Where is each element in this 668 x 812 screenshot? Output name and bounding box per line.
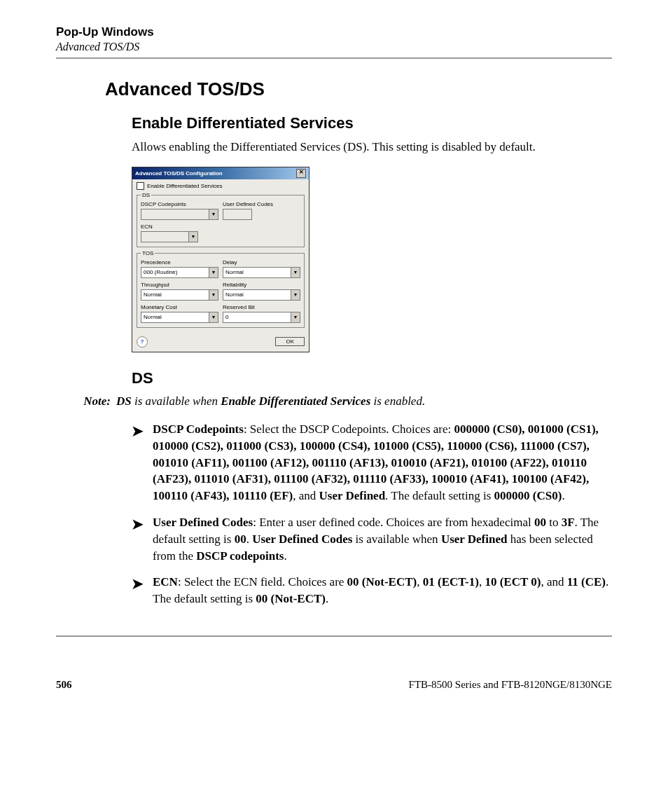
ecn-label: ECN — [141, 223, 221, 230]
b2-d2: . — [246, 532, 253, 546]
b2-ud: User Defined — [441, 532, 508, 546]
b2-d5: . — [284, 549, 287, 563]
chevron-down-icon[interactable]: ▼ — [209, 290, 218, 300]
page-title: Advanced TOS/DS — [105, 78, 612, 100]
b1-afterlead: : Select the DSCP Codepoints. Choices ar… — [244, 422, 454, 436]
b2-d00: 00 — [235, 532, 246, 546]
sub-chapter-title: Advanced TOS/DS — [56, 41, 612, 53]
b1-ud: User Defined — [319, 489, 386, 502]
udc-value — [223, 209, 251, 219]
dscp-codepoints-label: DSCP Codepoints — [141, 201, 218, 207]
delay-label: Delay — [223, 259, 300, 266]
bullet-arrow-icon: ➤ — [132, 574, 153, 607]
reserved-bit-label: Reserved Bit — [223, 304, 300, 310]
header-rule — [56, 57, 612, 59]
dialog-window: Advanced TOS/DS Configuration ✕ Enable D… — [132, 167, 309, 352]
b3-lead: ECN — [153, 575, 178, 589]
reliability-label: Reliability — [223, 282, 300, 288]
delay-value: Normal — [223, 268, 291, 277]
enable-ds-checkbox[interactable] — [137, 182, 144, 190]
b2-dscp: DSCP codepoints — [196, 549, 284, 563]
chevron-down-icon[interactable]: ▼ — [209, 268, 218, 277]
chevron-down-icon[interactable]: ▼ — [209, 312, 218, 322]
throughput-label: Throughput — [141, 282, 218, 288]
footer-rule — [56, 635, 612, 637]
b2-lead: User Defined Codes — [153, 516, 253, 529]
precedence-label: Precedence — [141, 259, 218, 266]
note-post: is enabled. — [370, 394, 425, 408]
b3-def: 00 (Not-ECT) — [256, 592, 326, 605]
note-bold: Enable Differentiated Services — [221, 394, 370, 408]
delay-select[interactable]: Normal ▼ — [223, 267, 300, 278]
page-number: 506 — [56, 679, 72, 691]
list-item: ➤ ECN: Select the ECN field. Choices are… — [132, 574, 612, 607]
note-ds: DS — [116, 394, 132, 408]
reserved-value: 0 — [223, 312, 291, 322]
monetary-value: Normal — [141, 312, 209, 322]
note-text: DS is available when Enable Differentiat… — [116, 394, 612, 408]
throughput-select[interactable]: Normal ▼ — [141, 289, 218, 301]
chapter-title: Pop-Up Windows — [56, 25, 612, 39]
b2-afterlead: : Enter a user defined code. Choices are… — [253, 516, 534, 529]
b2-to: to — [546, 516, 562, 529]
note-label: Note: — [56, 394, 116, 408]
user-defined-codes-input[interactable] — [223, 209, 252, 220]
b1-tail1: . The default setting is — [385, 489, 494, 502]
tos-group: TOS Precedence 000 (Routine) ▼ Delay — [137, 250, 305, 328]
chevron-down-icon[interactable]: ▼ — [291, 268, 300, 277]
precedence-value: 000 (Routine) — [141, 268, 209, 277]
user-defined-codes-label: User Defined Codes — [223, 201, 300, 207]
monetary-cost-select[interactable]: Normal ▼ — [141, 312, 218, 323]
chevron-down-icon[interactable]: ▼ — [291, 290, 300, 300]
enable-ds-label: Enable Differentiated Services — [147, 183, 222, 189]
chevron-down-icon[interactable]: ▼ — [188, 232, 197, 242]
b1-and: , and — [293, 489, 319, 502]
b3-s1: , — [417, 575, 423, 589]
ds-legend: DS — [141, 192, 151, 198]
b3-s3: , and — [541, 575, 566, 589]
b3-c2: 01 (ECT-1) — [423, 575, 479, 589]
dialog-titlebar: Advanced TOS/DS Configuration ✕ — [132, 167, 309, 179]
b1-def: 000000 (CS0) — [494, 489, 562, 502]
reliability-value: Normal — [223, 290, 291, 300]
list-item: ➤ User Defined Codes: Enter a user defin… — [132, 514, 612, 564]
footer-product: FTB-8500 Series and FTB-8120NGE/8130NGE — [409, 679, 612, 691]
section-body: Allows enabling the Differentiated Servi… — [132, 139, 612, 156]
ds-group: DS DSCP Codepoints ▼ User Defined Codes — [137, 192, 305, 247]
precedence-select[interactable]: 000 (Routine) ▼ — [141, 267, 218, 278]
note-mid: is available when — [132, 394, 221, 408]
monetary-cost-label: Monetary Cost — [141, 304, 218, 310]
b1-tail2: . — [562, 489, 564, 502]
close-icon[interactable]: ✕ — [296, 169, 306, 178]
b3-c3: 10 (ECT 0) — [485, 575, 541, 589]
dialog-title-text: Advanced TOS/DS Configuration — [135, 170, 223, 177]
ok-button[interactable]: OK — [275, 337, 305, 346]
b2-udc: User Defined Codes — [252, 532, 352, 546]
reliability-select[interactable]: Normal ▼ — [223, 289, 300, 301]
bullet-arrow-icon: ➤ — [132, 421, 153, 504]
b1-lead: DSCP Codepoints — [153, 422, 244, 436]
b3-tail2: . — [326, 592, 328, 605]
throughput-value: Normal — [141, 290, 209, 300]
b3-c4: 11 (CE) — [567, 575, 606, 589]
dscp-codepoints-select[interactable]: ▼ — [141, 209, 218, 220]
chevron-down-icon[interactable]: ▼ — [291, 312, 300, 322]
ecn-select[interactable]: ▼ — [141, 231, 198, 242]
bullet-arrow-icon: ➤ — [132, 514, 153, 564]
section-heading: Enable Differentiated Services — [132, 114, 612, 132]
b3-c1: 00 (Not-ECT) — [347, 575, 417, 589]
ecn-value — [141, 232, 188, 242]
tos-legend: TOS — [141, 250, 155, 256]
b2-00: 00 — [534, 516, 546, 529]
b2-3f: 3F — [562, 516, 575, 529]
b2-d3: is available when — [352, 532, 441, 546]
reserved-bit-select[interactable]: 0 ▼ — [223, 312, 300, 323]
chevron-down-icon[interactable]: ▼ — [209, 209, 218, 219]
ds-heading: DS — [132, 369, 612, 387]
dscp-value — [141, 209, 209, 219]
list-item: ➤ DSCP Codepoints: Select the DSCP Codep… — [132, 421, 612, 504]
help-icon[interactable]: ? — [137, 336, 148, 347]
b3-afterlead: : Select the ECN field. Choices are — [178, 575, 347, 589]
